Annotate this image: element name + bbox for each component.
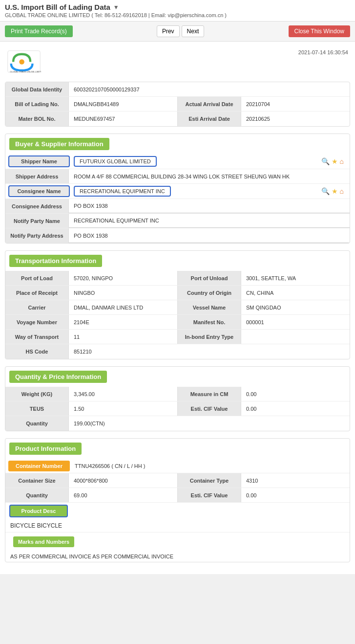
container-number-label: Container Number (16, 463, 63, 469)
logo-svg: GLOBAL TRADE ONLINE LIMITED (7, 49, 41, 74)
voyage-label: Voyage Number (5, 315, 69, 329)
record-datetime: 2021-07-14 16:30:54 (298, 49, 348, 55)
vessel-label: Vessel Name (178, 300, 241, 314)
transportation-card: Transportation Information Port of Load … (5, 250, 350, 359)
teus-cif-row: TEUS 1.50 Esti. CIF Value 0.00 (5, 401, 350, 416)
place-receipt-half: Place of Receipt NINGBO (5, 286, 177, 300)
inbond-value (241, 330, 350, 344)
quantity-price-header: Quantity & Price Information (9, 371, 107, 383)
product-cif-label: Esti. CIF Value (178, 488, 241, 502)
carrier-value: DMAL, DANMAR LINES LTD (69, 300, 177, 314)
quantity-price-card: Quantity & Price Information Weight (KG)… (5, 366, 350, 431)
esti-arrival-half: Esti Arrival Date 20210625 (177, 111, 350, 126)
consignee-name-value: RECREATIONAL EQUIPMENT INC (74, 186, 171, 197)
esti-arrival-label: Esti Arrival Date (178, 111, 241, 126)
identity-card: Global Data Identity 6003202107050000129… (5, 82, 350, 127)
weight-half: Weight (KG) 3,345.00 (5, 387, 177, 401)
bol-row: Bill of Lading No. DMALNGBB41489 Actual … (5, 97, 350, 111)
consignee-star-icon[interactable]: ★ (332, 187, 338, 195)
product-card: Product Information Container Number TTN… (5, 438, 350, 562)
inbond-label: In-bond Entry Type (178, 330, 241, 344)
quantity-label: Quantity (5, 416, 69, 431)
esti-arrival-value: 20210625 (241, 111, 350, 126)
close-button[interactable]: Close This Window (289, 25, 350, 37)
notify-party-address-row: Notify Party Address PO BOX 1938 (5, 228, 350, 243)
main-content: GLOBAL TRADE ONLINE LIMITED 2021-07-14 1… (0, 42, 355, 574)
measure-label: Measure in CM (178, 387, 241, 401)
title-text: U.S. Import Bill of Lading Data (5, 3, 110, 11)
hs-code-row: HS Code 851210 (5, 344, 350, 359)
port-load-half: Port of Load 57020, NINGPO (5, 271, 177, 285)
shipper-address-row: Shipper Address ROOM A 4/F 88 COMMERCIAL… (5, 169, 350, 184)
carrier-half: Carrier DMAL, DANMAR LINES LTD (5, 300, 177, 314)
container-size-type-row: Container Size 4000*806*800 Container Ty… (5, 473, 350, 488)
consignee-home-icon[interactable]: ⌂ (340, 187, 344, 195)
manifest-label: Manifest No. (178, 315, 241, 329)
voyage-half: Voyage Number 2104E (5, 315, 177, 329)
voyage-manifest-row: Voyage Number 2104E Manifest No. 000001 (5, 315, 350, 330)
buyer-supplier-card: Buyer & Supplier Information Shipper Nam… (5, 133, 350, 244)
product-desc-label: Product Desc (21, 508, 56, 514)
product-desc-row: Product Desc (5, 503, 350, 519)
actual-arrival-label: Actual Arrival Date (178, 97, 241, 111)
product-quantity-value: 69.00 (69, 488, 177, 502)
shipper-star-icon[interactable]: ★ (332, 157, 338, 165)
port-load-label: Port of Load (5, 271, 69, 285)
consignee-icons: 🔍 ★ ⌂ (321, 187, 344, 195)
shipper-search-icon[interactable]: 🔍 (321, 157, 330, 165)
container-type-half: Container Type 4310 (177, 473, 350, 488)
transport-half: Way of Transport 11 (5, 330, 177, 344)
consignee-address-label: Consignee Address (5, 199, 69, 213)
print-button[interactable]: Print Trade Record(s) (5, 25, 73, 37)
actual-arrival-half: Actual Arrival Date 20210704 (177, 97, 350, 111)
shipper-name-label: Shipper Name (21, 158, 57, 164)
shipper-home-icon[interactable]: ⌂ (340, 157, 344, 165)
global-id-row: Global Data Identity 6003202107050000129… (5, 82, 350, 97)
voyage-value: 2104E (69, 315, 177, 329)
place-receipt-label: Place of Receipt (5, 286, 69, 300)
quantity-row: Quantity 199.00(CTN) (5, 416, 350, 431)
manifest-value: 000001 (241, 315, 350, 329)
mater-bol-label: Mater BOL No. (5, 111, 69, 126)
marks-label: Marks and Numbers (13, 536, 74, 547)
esti-cif-half: Esti. CIF Value 0.00 (177, 401, 350, 416)
manifest-half: Manifest No. 000001 (177, 315, 350, 329)
consignee-name-row: Consignee Name RECREATIONAL EQUIPMENT IN… (5, 184, 350, 199)
port-load-value: 57020, NINGPO (69, 271, 177, 285)
port-unload-half: Port of Unload 3001, SEATTLE, WA (177, 271, 350, 285)
marks-value: AS PER COMMERCIAL INVOICE AS PER COMMERC… (5, 551, 350, 562)
toolbar: Print Trade Record(s) Prev Next Close Th… (0, 22, 355, 42)
hs-code-label: HS Code (5, 344, 69, 359)
transport-value: 11 (69, 330, 177, 344)
carrier-vessel-row: Carrier DMAL, DANMAR LINES LTD Vessel Na… (5, 300, 350, 315)
product-quantity-cif-row: Quantity 69.00 Esti. CIF Value 0.00 (5, 488, 350, 503)
teus-value: 1.50 (69, 401, 177, 416)
global-id-value: 6003202107050000129337 (69, 82, 350, 96)
title-dropdown-icon[interactable]: ▼ (113, 4, 119, 11)
container-size-half: Container Size 4000*806*800 (5, 473, 177, 488)
shipper-icons: 🔍 ★ ⌂ (321, 157, 344, 165)
measure-half: Measure in CM 0.00 (177, 387, 350, 401)
buyer-supplier-header: Buyer & Supplier Information (9, 138, 109, 150)
subtitle-text: GLOBAL TRADE ONLINE LIMITED ( Tel: 86-51… (5, 12, 350, 18)
container-type-value: 4310 (241, 473, 350, 488)
shipper-name-value: FUTURUX GLOBAL LIMITED (74, 156, 157, 167)
next-button[interactable]: Next (182, 25, 205, 37)
prev-button[interactable]: Prev (157, 25, 180, 37)
inbond-half: In-bond Entry Type (177, 330, 350, 344)
shipper-name-row: Shipper Name FUTURUX GLOBAL LIMITED 🔍 ★ … (5, 154, 350, 169)
product-quantity-label: Quantity (5, 488, 69, 502)
quantity-value: 199.00(CTN) (69, 416, 350, 431)
container-type-label: Container Type (178, 473, 241, 488)
consignee-search-icon[interactable]: 🔍 (321, 187, 330, 195)
consignee-address-row: Consignee Address PO BOX 1938 (5, 199, 350, 214)
svg-text:GLOBAL TRADE ONLINE LIMITED: GLOBAL TRADE ONLINE LIMITED (10, 70, 41, 73)
shipper-address-value: ROOM A 4/F 88 COMMERCIAL BUILDING 28-34 … (69, 169, 350, 183)
weight-measure-row: Weight (KG) 3,345.00 Measure in CM 0.00 (5, 387, 350, 401)
container-number-value: TTNU4266506 ( CN / L / HH ) (70, 461, 347, 471)
actual-arrival-value: 20210704 (241, 97, 350, 111)
bol-label: Bill of Lading No. (5, 97, 69, 111)
consignee-address-value: PO BOX 1938 (69, 199, 350, 213)
bol-half: Bill of Lading No. DMALNGBB41489 (5, 97, 177, 111)
notify-party-name-value: RECREATIONAL EQUIPMENT INC (69, 214, 350, 228)
